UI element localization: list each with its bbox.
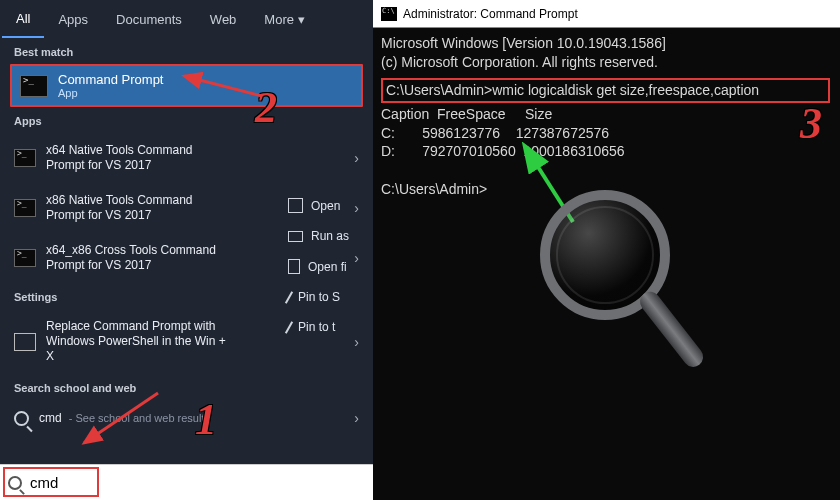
term-row: D: 792707010560 1000186310656 — [381, 142, 832, 161]
tab-web[interactable]: Web — [196, 0, 251, 38]
chevron-right-icon[interactable]: › — [354, 150, 359, 166]
chevron-right-icon[interactable]: › — [354, 410, 359, 426]
context-open[interactable]: Open — [288, 190, 373, 221]
term-prompt: C:\Users\Admin> — [381, 180, 832, 199]
folder-icon — [288, 259, 300, 274]
shield-icon — [288, 231, 303, 242]
settings-result-label: Replace Command Prompt with Windows Powe… — [46, 319, 234, 364]
bestmatch-item[interactable]: Command Prompt App — [10, 64, 363, 107]
app-result-label: x64 Native Tools Command Prompt for VS 2… — [46, 143, 234, 173]
app-result[interactable]: x64 Native Tools Command Prompt for VS 2… — [6, 133, 367, 183]
bestmatch-title: Command Prompt — [58, 72, 163, 87]
term-line: Microsoft Windows [Version 10.0.19043.15… — [381, 34, 832, 53]
cmd-icon — [14, 249, 36, 267]
annotation-frame-3: C:\Users\Admin>wmic logicaldisk get size… — [381, 78, 830, 103]
context-label: Run as — [311, 229, 349, 243]
section-searchweb: Search school and web — [0, 374, 373, 400]
tab-more-label: More — [264, 12, 294, 27]
window-titlebar[interactable]: Administrator: Command Prompt — [373, 0, 840, 28]
web-result[interactable]: cmd - See school and web results › — [6, 400, 367, 436]
cmd-icon — [14, 199, 36, 217]
tab-all[interactable]: All — [2, 0, 44, 38]
context-open-file-location[interactable]: Open fi — [288, 251, 373, 282]
search-icon — [8, 476, 22, 490]
section-bestmatch: Best match — [0, 38, 373, 64]
context-label: Pin to S — [298, 290, 340, 304]
term-command: wmic logicaldisk get size,freespace,capt… — [492, 82, 759, 98]
context-label: Open fi — [308, 260, 347, 274]
search-tabs: All Apps Documents Web More▾ — [0, 0, 373, 38]
bestmatch-subtitle: App — [58, 87, 163, 99]
term-row: C: 5986123776 127387672576 — [381, 124, 832, 143]
open-icon — [288, 198, 303, 213]
annotation-number-3: 3 — [800, 98, 822, 149]
context-pin-start[interactable]: Pin to S — [288, 282, 373, 312]
cmd-icon — [14, 149, 36, 167]
chevron-down-icon: ▾ — [298, 12, 305, 27]
web-result-hint: - See school and web results — [66, 412, 210, 424]
search-icon — [14, 411, 29, 426]
web-result-q: cmd — [39, 411, 62, 425]
search-input[interactable] — [30, 474, 365, 491]
annotation-number-1: 1 — [195, 394, 217, 445]
tab-documents[interactable]: Documents — [102, 0, 196, 38]
cmd-icon — [381, 7, 397, 21]
bestmatch-context-menu: Open Run as Open fi Pin to S Pin to t — [288, 190, 373, 342]
app-result-label: x86 Native Tools Command Prompt for VS 2… — [46, 193, 234, 223]
context-label: Open — [311, 199, 340, 213]
context-label: Pin to t — [298, 320, 335, 334]
context-run-as[interactable]: Run as — [288, 221, 373, 251]
term-prompt: C:\Users\Admin> — [386, 82, 492, 98]
section-apps: Apps — [0, 107, 373, 133]
command-prompt-window: Administrator: Command Prompt Microsoft … — [373, 0, 840, 500]
window-title: Administrator: Command Prompt — [403, 7, 578, 21]
context-pin-taskbar[interactable]: Pin to t — [288, 312, 373, 342]
terminal-body[interactable]: Microsoft Windows [Version 10.0.19043.15… — [373, 28, 840, 205]
term-line: (c) Microsoft Corporation. All rights re… — [381, 53, 832, 72]
cmd-icon — [20, 75, 48, 97]
app-result-label: x64_x86 Cross Tools Command Prompt for V… — [46, 243, 234, 273]
tab-more[interactable]: More▾ — [250, 0, 319, 38]
swap-icon — [14, 333, 36, 351]
term-header: Caption FreeSpace Size — [381, 105, 832, 124]
annotation-number-2: 2 — [255, 82, 277, 133]
tab-apps[interactable]: Apps — [44, 0, 102, 38]
search-bar — [0, 464, 373, 500]
